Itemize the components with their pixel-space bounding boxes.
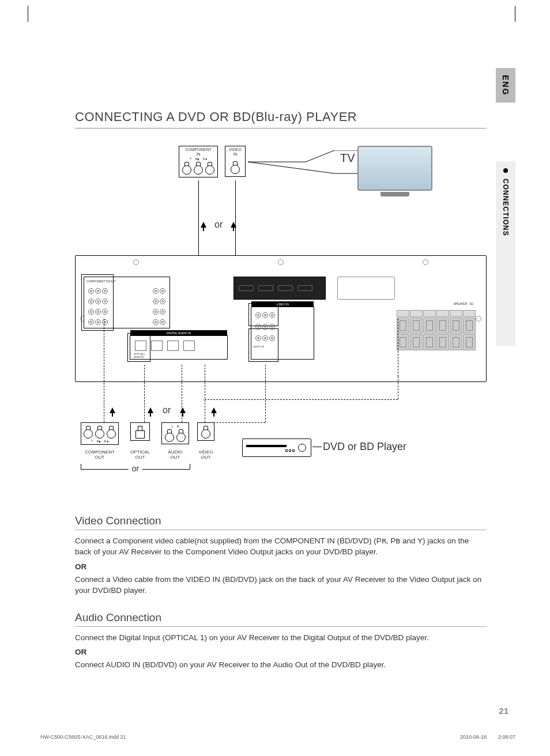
component-out-jack <box>107 426 116 439</box>
page-number: 21 <box>499 706 508 716</box>
connection-diagram: COMPONENT IN Y Pʙ Pʀ VIDEO <box>75 146 487 497</box>
footer-file: HW-C500-C560S-XAC_0616.indd 21 <box>40 734 126 740</box>
audio-out-r-jack <box>176 429 186 442</box>
arrow-up-icon <box>180 407 186 413</box>
audio-connection-p2: Connect AUDIO IN (BD/DVD) on your AV Rec… <box>75 660 487 671</box>
or-label: or <box>214 220 223 230</box>
component-in-pr-jack <box>205 162 214 175</box>
tv-icon <box>357 146 432 201</box>
av-receiver-rear: COMPONENT IN/OUT DIGITAL A <box>75 255 487 382</box>
arrow-up-icon <box>211 407 217 413</box>
section-tab: CONNECTIONS <box>496 161 515 346</box>
video-connection-p1: Connect a Component video cable(not supp… <box>75 536 487 558</box>
video-in-jack <box>231 161 240 174</box>
audio-connection-p1: Connect the Digital Input (OPTICAL 1) on… <box>75 633 487 644</box>
audio-connection-or: OR <box>75 648 487 656</box>
video-in-label1: VIDEO <box>228 148 243 152</box>
footer-time: 2:08:07 <box>498 734 515 740</box>
audio-connection-heading: Audio Connection <box>75 611 487 627</box>
video-connection-heading: Video Connection <box>75 515 487 530</box>
language-tab: ENG <box>496 68 515 103</box>
video-in-label2: IN <box>228 152 243 157</box>
page-title: CONNECTING A DVD OR BD(Blu-ray) PLAYER <box>75 109 487 128</box>
arrow-up-icon <box>110 407 115 413</box>
audio-out-l-jack <box>165 429 174 442</box>
player-label: DVD or BD Player <box>323 441 406 453</box>
component-in-pb-jack <box>194 162 203 175</box>
component-in-label2: IN <box>182 152 215 157</box>
arrow-up-icon <box>148 407 153 413</box>
component-out-jack <box>84 426 93 439</box>
arrow-up-icon <box>231 222 236 228</box>
section-label: CONNECTIONS <box>502 179 510 236</box>
or-label: or <box>129 464 142 473</box>
or-label: or <box>163 405 171 415</box>
video-out-jack <box>201 426 210 439</box>
footer-date: 2010-06-16 <box>460 734 487 740</box>
component-in-label1: COMPONENT <box>182 148 215 152</box>
language-label: ENG <box>501 75 510 96</box>
video-connection-or: OR <box>75 562 487 571</box>
optical-out-plug <box>135 426 145 439</box>
arrow-up-icon <box>201 222 206 228</box>
footer: HW-C500-C560S-XAC_0616.indd 21 2010-06-1… <box>40 734 515 740</box>
component-in-y-jack <box>182 162 191 175</box>
video-connection-p2: Connect a Video cable from the VIDEO IN … <box>75 574 487 596</box>
component-out-jack <box>95 426 104 439</box>
